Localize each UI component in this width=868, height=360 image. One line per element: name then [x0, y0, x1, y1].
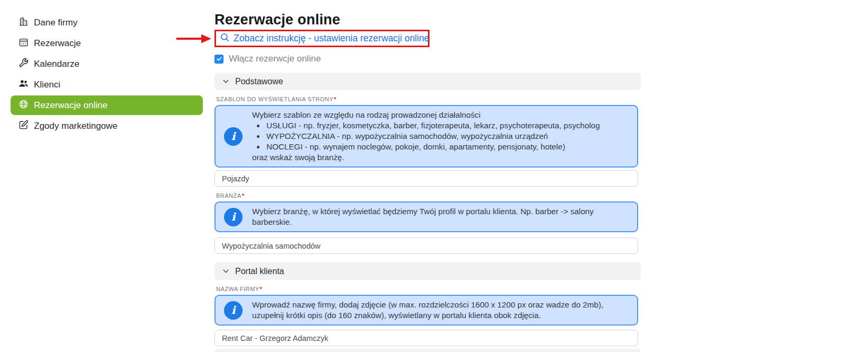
industry-info-text: Wybierz branżę, w której wyświetlać będz… [252, 206, 630, 227]
sidebar-item-label: Dane firmy [34, 17, 77, 28]
sidebar-item-dane-firmy[interactable]: Dane firmy [11, 13, 203, 32]
required-asterisk: * [242, 192, 245, 199]
company-info-box: i Wprowadź nazwę firmy, dodaj zdjęcie (w… [214, 295, 638, 326]
sidebar-item-rezerwacje-online[interactable]: Rezerwacje online [11, 95, 203, 115]
search-icon [220, 32, 230, 45]
sidebar-item-label: Zgody marketingowe [34, 121, 118, 131]
section-title: Portal klienta [235, 267, 284, 276]
online-reservations-settings: Rezerwacje online Zobacz instrukcję - us… [214, 12, 638, 352]
company-field-label: NAZWA FIRMY* [216, 286, 638, 293]
annotation-arrow-icon [176, 33, 212, 45]
info-icon: i [224, 127, 243, 146]
industry-field-label: BRANŻA* [216, 192, 638, 199]
info-icon: i [224, 301, 243, 320]
enable-online-label: Włącz rezerwcje online [229, 54, 321, 64]
sidebar-item-label: Rezerwacje [34, 38, 81, 49]
sidebar-item-zgody-marketingowe[interactable]: Zgody marketingowe [11, 116, 203, 136]
template-info-box: i Wybierz szablon ze względu na rodzaj p… [214, 105, 638, 168]
chevron-down-icon [222, 267, 230, 275]
sidebar-item-label: Rezerwacje online [34, 100, 108, 111]
wrench-icon [19, 58, 29, 71]
section-title: Podstawowe [235, 77, 283, 86]
next-section-header-partial[interactable] [214, 349, 641, 352]
company-info-text: Wprowadź nazwę firmy, dodaj zdjęcie (w m… [252, 300, 630, 321]
industry-info-box: i Wybierz branżę, w której wyświetlać bę… [214, 201, 638, 232]
enable-online-row: Włącz rezerwcje online [214, 54, 638, 64]
template-field-label: SZABLON DO WYŚWIETLANIA STRONY* [216, 96, 638, 103]
info-icon: i [224, 208, 243, 226]
section-header-portal-klienta[interactable]: Portal klienta [214, 262, 641, 280]
template-info-bullet: USŁUGI - np. fryzjer, kosmetyczka, barbe… [265, 120, 600, 131]
annotation-red-box: Zobacz instrukcję - ustawienia rezerwacj… [214, 30, 429, 47]
sidebar-item-kalendarze[interactable]: Kalendarze [11, 54, 203, 74]
template-info-text: Wybierz szablon ze względu na rodzaj pro… [252, 110, 600, 163]
enable-online-checkbox[interactable] [214, 55, 223, 64]
template-input[interactable] [214, 170, 638, 187]
required-asterisk: * [259, 286, 262, 292]
required-asterisk: * [334, 96, 337, 102]
sidebar-item-label: Klienci [34, 80, 60, 90]
settings-sidebar: Dane firmy Rezerwacje Kalendarze Klienci… [11, 13, 203, 137]
globe-icon [19, 99, 29, 112]
template-info-bullet: NOCLEGI - np. wynajem noclegów, pokoje, … [265, 142, 600, 152]
calendar-icon [19, 37, 29, 50]
instruction-annotation: Zobacz instrukcję - ustawienia rezerwacj… [214, 30, 429, 47]
sidebar-item-rezerwacje[interactable]: Rezerwacje [11, 33, 203, 53]
sidebar-item-label: Kalendarze [34, 59, 79, 69]
chevron-down-icon [222, 77, 230, 85]
section-header-podstawowe[interactable]: Podstawowe [214, 73, 641, 90]
edit-icon [19, 120, 29, 133]
template-info-outro: oraz wskaż swoją branżę. [252, 152, 600, 163]
building-icon [19, 16, 29, 29]
page-title: Rezerwacje online [214, 12, 638, 28]
template-info-intro: Wybierz szablon ze względu na rodzaj pro… [252, 110, 600, 120]
sidebar-item-klienci[interactable]: Klienci [11, 75, 203, 94]
instruction-link[interactable]: Zobacz instrukcję - ustawienia rezerwacj… [234, 33, 429, 44]
users-icon [19, 78, 29, 91]
template-info-bullet: WYPOŻYCZALNIA - np. wypożyczalnia samoch… [265, 131, 600, 142]
template-info-list: USŁUGI - np. fryzjer, kosmetyczka, barbe… [252, 120, 600, 152]
industry-input[interactable] [214, 238, 638, 254]
check-icon [216, 56, 222, 62]
company-name-input[interactable] [214, 330, 638, 346]
